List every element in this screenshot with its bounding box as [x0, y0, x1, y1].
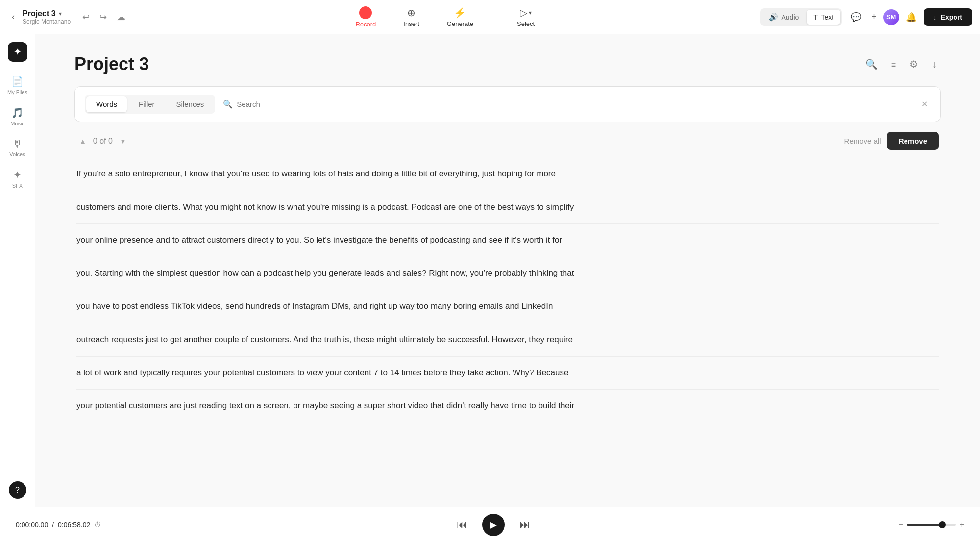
generate-tool-button[interactable]: ⚡ Generate [441, 4, 479, 30]
insert-tool-button[interactable]: ⊕ Insert [397, 4, 425, 30]
transcript-paragraph-6: a lot of work and typically requires you… [76, 357, 939, 390]
content-area: Project 3 🔍 ≡ ⚙ ↓ Words [35, 34, 980, 507]
redo-button[interactable]: ↪ [96, 9, 111, 25]
tab-filler[interactable]: Filler [129, 96, 165, 112]
volume-fill [907, 524, 942, 526]
text-icon: T [813, 13, 818, 21]
chat-button[interactable]: 💬 [848, 9, 864, 25]
volume-control: − + [886, 520, 964, 529]
sidebar-item-my-files[interactable]: 📄 My Files [3, 72, 32, 99]
time-display: 0:00:00.00 / 0:06:58.02 ⏱ [16, 521, 101, 529]
nav-counter-row: ▲ 0 of 0 ▼ Remove all Remove [74, 132, 941, 158]
support-icon: ? [15, 486, 20, 494]
audio-toggle-button[interactable]: 🔊 Audio [762, 10, 806, 25]
avatar[interactable]: SM [883, 9, 899, 25]
search-toolbar-button[interactable]: 🔍 [861, 54, 882, 74]
nav-down-button[interactable]: ▼ [117, 135, 129, 147]
text-label: Text [821, 13, 833, 21]
transcript-paragraph-7: your potential customers are just readin… [76, 390, 939, 422]
transcript-paragraph-3: you. Starting with the simplest question… [76, 257, 939, 291]
header: ‹ Project 3 ▾ Sergio Montanano ↩ ↪ ☁ Rec… [0, 0, 980, 34]
logo-mark: ✦ [14, 47, 21, 57]
filter-toolbar-icon: ≡ [891, 61, 896, 69]
audio-label: Audio [781, 13, 799, 21]
tab-words[interactable]: Words [86, 96, 127, 112]
search-container: 🔍 ✕ [223, 99, 931, 110]
my-files-icon: 📄 [11, 75, 24, 87]
sidebar-logo[interactable]: ✦ [8, 42, 27, 62]
notification-button[interactable]: 🔔 [903, 9, 920, 25]
select-icon-row: ▷ ▾ [520, 7, 532, 19]
transcript-paragraph-5: outreach requests just to get another co… [76, 323, 939, 357]
sidebar-item-sfx[interactable]: ✦ SFX [3, 165, 32, 193]
support-button[interactable]: ? [9, 481, 26, 499]
download-toolbar-button[interactable]: ↓ [928, 55, 941, 74]
tab-filler-label: Filler [139, 100, 155, 108]
settings-toolbar-button[interactable]: ⚙ [906, 54, 922, 74]
export-label: Export [941, 13, 962, 21]
play-pause-button[interactable]: ▶ [482, 514, 505, 536]
export-button[interactable]: ↓ Export [924, 8, 972, 26]
remove-all-label: Remove all [844, 137, 881, 145]
header-right: 🔊 Audio T Text 💬 + SM 🔔 ↓ Export [760, 8, 972, 26]
volume-plus-icon: + [960, 520, 964, 529]
insert-label: Insert [403, 20, 419, 27]
generate-icon: ⚡ [454, 7, 466, 19]
counter-text: 0 of 0 [93, 137, 113, 146]
sidebar-label-sfx: SFX [12, 183, 23, 189]
audio-icon: 🔊 [769, 13, 778, 22]
sidebar-item-voices[interactable]: 🎙 Voices [3, 134, 32, 161]
export-icon: ↓ [933, 13, 937, 21]
play-icon: ▶ [490, 519, 497, 530]
volume-plus-button[interactable]: + [960, 520, 964, 529]
header-center: Record ⊕ Insert ⚡ Generate ▷ ▾ Select [135, 3, 755, 31]
select-button[interactable]: ▷ ▾ Select [511, 4, 540, 30]
sidebar-item-music[interactable]: 🎵 Music [3, 103, 32, 130]
rewind-button[interactable]: ⏮ [454, 516, 470, 534]
sidebar-label-voices: Voices [9, 151, 25, 157]
sidebar: ✦ 📄 My Files 🎵 Music 🎙 Voices ✦ SFX ? [0, 34, 35, 507]
search-icon: 🔍 [223, 99, 233, 109]
nav-counter-left: ▲ 0 of 0 ▼ [76, 135, 129, 147]
select-chevron: ▾ [529, 9, 532, 16]
transcript-paragraph-0: If you're a solo entrepreneur, I know th… [76, 158, 939, 191]
text-toggle-button[interactable]: T Text [807, 10, 840, 25]
settings-toolbar-icon: ⚙ [909, 59, 918, 70]
back-button[interactable]: ‹ [8, 10, 19, 24]
tab-silences[interactable]: Silences [167, 96, 214, 112]
cloud-sync-button[interactable]: ☁ [113, 9, 129, 25]
voices-icon: 🎙 [13, 138, 23, 149]
filter-toolbar-button[interactable]: ≡ [887, 55, 900, 74]
search-toolbar-icon: 🔍 [865, 59, 878, 70]
remove-label: Remove [899, 137, 927, 145]
clock-icon[interactable]: ⏱ [94, 521, 101, 529]
project-title-header: Project 3 [23, 9, 56, 18]
header-actions: 💬 + SM 🔔 ↓ Export [848, 8, 972, 26]
transcript-paragraph-4: you have to post endless TikTok videos, … [76, 290, 939, 323]
add-button[interactable]: + [868, 9, 880, 25]
volume-slider[interactable] [907, 524, 956, 526]
remove-all-button[interactable]: Remove all [844, 137, 881, 145]
transcript-container: If you're a solo entrepreneur, I know th… [74, 158, 941, 422]
music-icon: 🎵 [11, 107, 24, 119]
action-buttons: Remove all Remove [844, 132, 939, 150]
transcript-paragraph-1: customers and more clients. What you mig… [76, 191, 939, 224]
rewind-icon: ⏮ [457, 518, 467, 531]
remove-button[interactable]: Remove [887, 132, 939, 150]
volume-minus-button[interactable]: − [898, 520, 903, 529]
project-toolbar: 🔍 ≡ ⚙ ↓ [861, 54, 941, 74]
select-icon: ▷ [520, 7, 527, 19]
record-icon [359, 6, 372, 19]
sidebar-bottom: ? [9, 481, 26, 499]
select-label: Select [517, 20, 535, 27]
record-tool-button[interactable]: Record [349, 3, 382, 31]
time-separator: / [52, 521, 54, 529]
volume-thumb[interactable] [939, 521, 946, 528]
fast-forward-button[interactable]: ⏭ [516, 516, 533, 534]
download-toolbar-icon: ↓ [932, 59, 937, 70]
nav-up-button[interactable]: ▲ [76, 135, 89, 147]
project-dropdown-icon[interactable]: ▾ [59, 10, 62, 17]
search-input[interactable] [237, 100, 914, 108]
search-clear-button[interactable]: ✕ [918, 99, 931, 110]
undo-button[interactable]: ↩ [78, 9, 94, 25]
